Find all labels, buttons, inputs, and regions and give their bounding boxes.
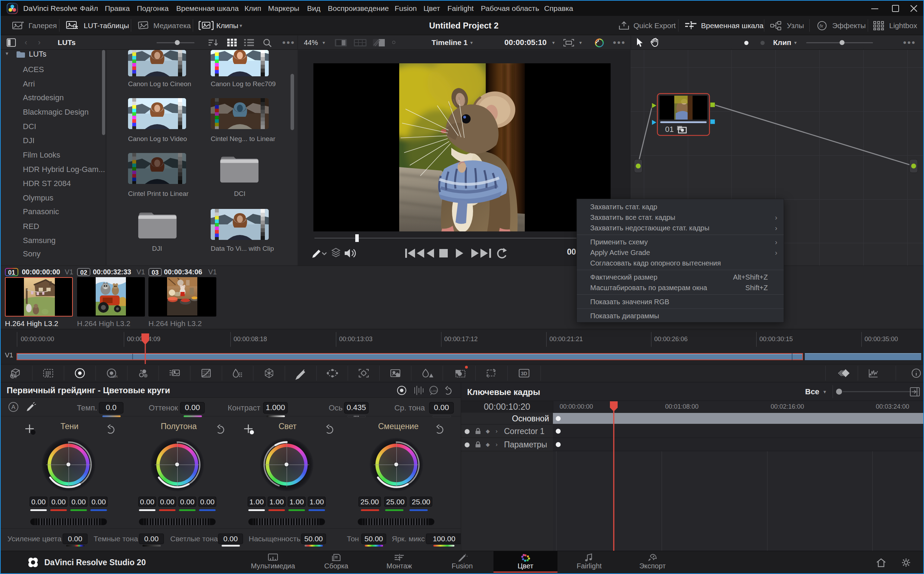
svg-text:fx: fx bbox=[820, 23, 823, 28]
svg-text:01: 01 bbox=[665, 125, 673, 134]
svg-text:3D: 3D bbox=[521, 371, 527, 376]
svg-text:LOG: LOG bbox=[431, 390, 437, 393]
svg-text:HDR: HDR bbox=[111, 375, 118, 378]
